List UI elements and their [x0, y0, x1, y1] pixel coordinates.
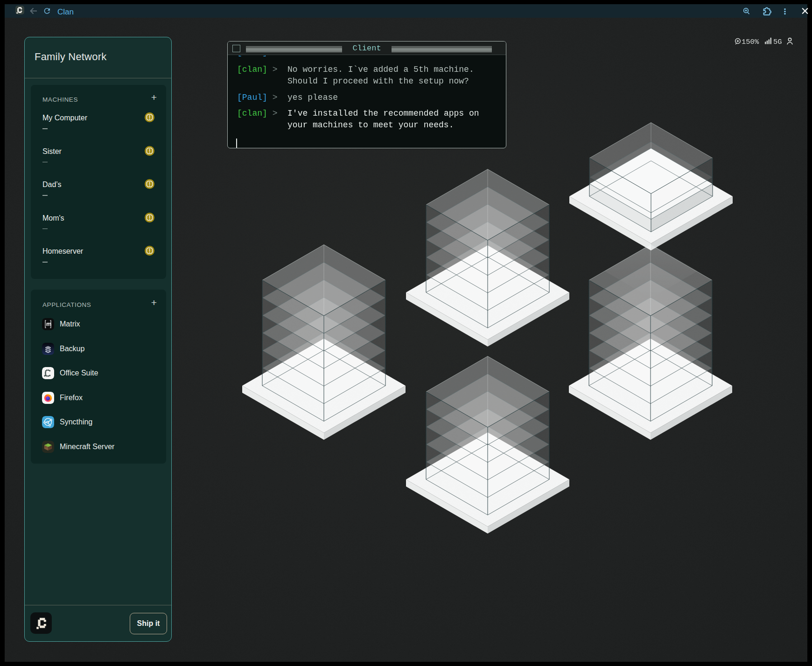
svg-text:5G: 5G [773, 38, 782, 46]
svg-text:150%: 150% [742, 38, 759, 46]
